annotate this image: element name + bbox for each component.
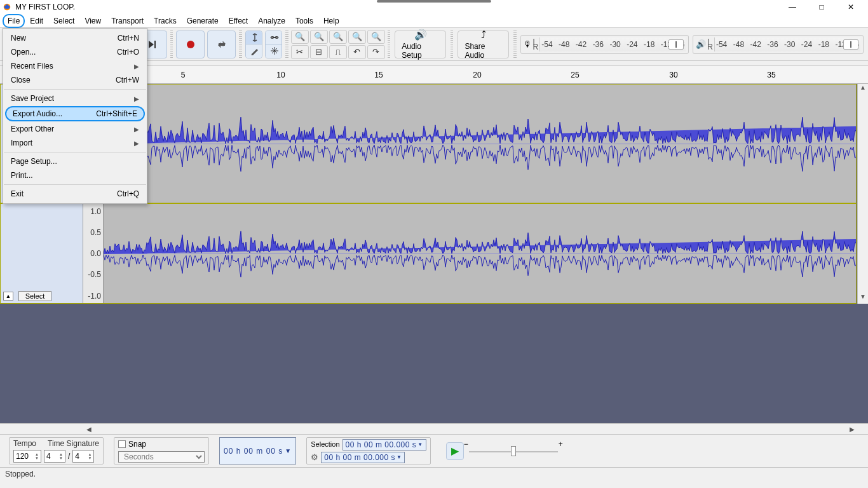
menu-item-import[interactable]: Import▶ bbox=[3, 136, 147, 150]
submenu-arrow-icon: ▶ bbox=[134, 126, 139, 133]
menu-separator bbox=[4, 152, 146, 152]
toolbar-grip[interactable] bbox=[239, 30, 241, 58]
submenu-arrow-icon: ▶ bbox=[134, 95, 139, 102]
menu-edit[interactable]: Edit bbox=[25, 14, 48, 28]
bottom-toolbar: TempoTime Signature 120▲▼ 4▲▼ / 4▲▼ Snap… bbox=[0, 434, 868, 467]
loop-button[interactable] bbox=[207, 30, 236, 58]
menu-item-page-setup[interactable]: Page Setup... bbox=[3, 154, 147, 168]
menu-item-export-other[interactable]: Export Other▶ bbox=[3, 122, 147, 136]
selection-settings-icon[interactable]: ⚙ bbox=[311, 452, 318, 462]
zoom-in-button[interactable]: 🔍 bbox=[291, 30, 309, 44]
microphone-icon: 🎙 bbox=[524, 39, 532, 49]
minimize-button[interactable]: ― bbox=[778, 0, 807, 14]
zoom-out-button[interactable]: 🔍 bbox=[310, 30, 328, 44]
selection-panel: Selection 00 h 00 m 00.000 s▼ ⚙ 00 h 00 … bbox=[306, 437, 430, 464]
status-bar: Stopped. bbox=[0, 467, 868, 481]
menu-item-exit[interactable]: ExitCtrl+Q bbox=[3, 187, 147, 201]
toolbar-grip[interactable] bbox=[285, 30, 288, 58]
menu-item-close[interactable]: CloseCtrl+W bbox=[3, 73, 147, 87]
menu-help[interactable]: Help bbox=[318, 14, 344, 28]
menu-analyze[interactable]: Analyze bbox=[253, 14, 290, 28]
share-audio-button[interactable]: ⤴ Share Audio bbox=[458, 30, 509, 58]
menu-view[interactable]: View bbox=[79, 14, 106, 28]
app-logo-icon bbox=[3, 3, 11, 11]
menu-select[interactable]: Select bbox=[48, 14, 79, 28]
maximize-button[interactable]: □ bbox=[807, 0, 836, 14]
submenu-arrow-icon: ▶ bbox=[134, 63, 139, 70]
snap-unit-select[interactable]: Seconds bbox=[118, 451, 205, 463]
track-channel-right: ▲ Select 1.0 0.5 0.0 -0.5 -1.0 bbox=[0, 203, 857, 304]
menu-tracks[interactable]: Tracks bbox=[149, 14, 182, 28]
menu-separator bbox=[4, 89, 146, 90]
timesig-denominator[interactable]: 4▲▼ bbox=[72, 450, 94, 463]
track-collapse-button[interactable]: ▲ bbox=[3, 292, 13, 301]
menu-effect[interactable]: Effect bbox=[224, 14, 253, 28]
snap-checkbox[interactable]: Snap bbox=[118, 440, 205, 449]
draw-tool[interactable] bbox=[246, 44, 262, 57]
snap-panel: Snap Seconds bbox=[114, 437, 209, 464]
menu-item-print[interactable]: Print... bbox=[3, 168, 147, 182]
waveform-left[interactable] bbox=[104, 85, 856, 203]
toolbar-grip[interactable] bbox=[513, 30, 516, 58]
play-volume-slider[interactable] bbox=[843, 39, 858, 50]
silence-button[interactable]: ⊟ bbox=[310, 45, 328, 59]
envelope-tool[interactable] bbox=[266, 31, 282, 44]
svg-point-4 bbox=[187, 41, 194, 48]
sync-lock-button[interactable]: ⎍ bbox=[329, 45, 347, 59]
menu-item-new[interactable]: NewCtrl+N bbox=[3, 31, 147, 45]
menu-item-export-audio[interactable]: Export Audio...Ctrl+Shift+E bbox=[5, 106, 145, 121]
toolbar-grip[interactable] bbox=[170, 30, 173, 58]
fit-project-button[interactable]: 🔍 bbox=[348, 30, 366, 44]
playback-speed-slider[interactable]: − + bbox=[469, 445, 558, 458]
menu-item-open[interactable]: Open...Ctrl+O bbox=[3, 45, 147, 59]
multi-tool[interactable] bbox=[266, 44, 282, 57]
svg-rect-3 bbox=[154, 41, 156, 48]
track-amplitude-scale: 1.0 0.5 0.0 -0.5 -1.0 bbox=[83, 204, 104, 303]
track-select-button[interactable]: Select bbox=[18, 291, 51, 301]
time-position-display[interactable]: 00 h 00 m 00 s▼ bbox=[219, 437, 296, 464]
menu-separator bbox=[4, 184, 146, 185]
menu-generate[interactable]: Generate bbox=[182, 14, 224, 28]
redo-button[interactable]: ↷ bbox=[367, 45, 385, 59]
menu-item-recent-files[interactable]: Recent Files▶ bbox=[3, 59, 147, 73]
selection-start-display[interactable]: 00 h 00 m 00.000 s▼ bbox=[342, 439, 426, 451]
speaker-icon: 🔊 bbox=[696, 39, 706, 49]
zoom-toggle-button[interactable]: 🔍 bbox=[367, 30, 385, 44]
timeline-ruler[interactable]: 5101520253035 bbox=[83, 66, 868, 84]
file-menu-dropdown: NewCtrl+N Open...Ctrl+O Recent Files▶ Cl… bbox=[3, 28, 147, 204]
timesig-numerator[interactable]: 4▲▼ bbox=[44, 450, 65, 463]
play-at-speed-button[interactable]: ▶ bbox=[446, 442, 464, 460]
horizontal-scrollbar[interactable]: ◀▶ bbox=[0, 423, 868, 434]
window-title: MY FIRST LOOP. bbox=[15, 3, 778, 11]
recording-meter[interactable]: 🎙 LR -54-48-42-36-30-24-18-12-6 bbox=[520, 35, 689, 54]
svg-rect-2 bbox=[6, 4, 8, 7]
tempo-panel: TempoTime Signature 120▲▼ 4▲▼ / 4▲▼ bbox=[9, 437, 104, 464]
play-at-speed-panel: ▶ − + bbox=[441, 437, 563, 464]
audio-setup-button[interactable]: 🔊 Audio Setup bbox=[395, 30, 446, 58]
waveform-right[interactable] bbox=[104, 204, 856, 303]
speaker-setup-icon: 🔊 bbox=[414, 29, 427, 41]
menu-bar: File Edit Select View Transport Tracks G… bbox=[0, 14, 868, 28]
close-button[interactable]: ✕ bbox=[836, 0, 865, 14]
trim-button[interactable]: ✂ bbox=[291, 45, 309, 59]
toolbar-grip[interactable] bbox=[451, 30, 453, 58]
empty-tracks-area[interactable] bbox=[0, 305, 868, 423]
undo-button[interactable]: ↶ bbox=[348, 45, 366, 59]
menu-tools[interactable]: Tools bbox=[290, 14, 318, 28]
rec-volume-slider[interactable] bbox=[668, 39, 684, 50]
menu-item-save-project[interactable]: Save Project▶ bbox=[3, 92, 147, 105]
selection-end-display[interactable]: 00 h 00 m 00.000 s▼ bbox=[321, 452, 405, 463]
menu-transport[interactable]: Transport bbox=[106, 14, 149, 28]
vertical-scrollbar[interactable]: ▲▼ bbox=[857, 84, 868, 304]
selection-tool[interactable] bbox=[246, 31, 262, 44]
submenu-arrow-icon: ▶ bbox=[134, 140, 139, 147]
record-button[interactable] bbox=[176, 30, 205, 58]
window-snap-handle[interactable] bbox=[377, 0, 491, 3]
fit-selection-button[interactable]: 🔍 bbox=[329, 30, 347, 44]
playback-meter[interactable]: 🔊 LR -54-48-42-36-30-24-18-12-6 bbox=[693, 35, 864, 54]
tempo-input[interactable]: 120▲▼ bbox=[13, 450, 41, 463]
share-icon: ⤴ bbox=[481, 29, 486, 41]
track-control-panel[interactable]: ▲ Select bbox=[1, 204, 83, 303]
toolbar-grip[interactable] bbox=[388, 30, 390, 58]
menu-file[interactable]: File bbox=[3, 14, 25, 28]
